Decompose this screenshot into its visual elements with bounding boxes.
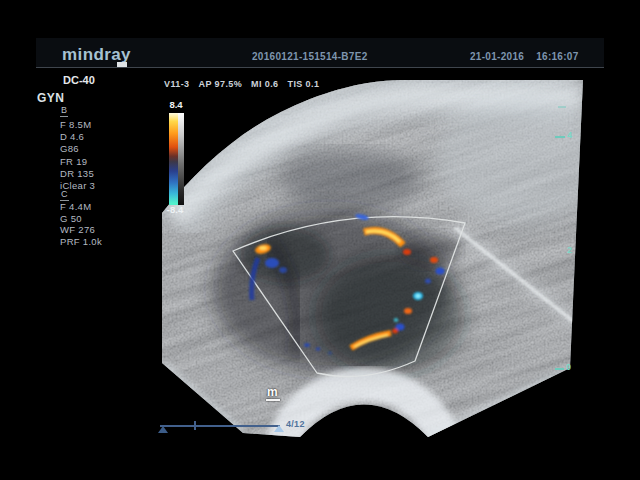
tis-label: TIS 0.1 <box>288 79 320 89</box>
depth-label-0: 0 <box>566 362 571 372</box>
param-line: D 4.6 <box>60 131 150 143</box>
probe-label: V11-3 <box>164 79 190 89</box>
color-scale-min-label: -8.4 <box>158 204 192 215</box>
param-line: WF 276 <box>60 224 150 236</box>
cine-frame-indicator: 4/12 <box>286 419 305 429</box>
param-line: G86 <box>60 143 150 155</box>
color-scale-max-label: 8.4 <box>162 99 190 110</box>
depth-tick-0 <box>555 368 564 370</box>
date-label: 21-01-2016 <box>470 51 524 62</box>
param-line: G 50 <box>60 213 150 225</box>
acoustic-power-label: AP 97.5% <box>199 79 243 89</box>
datetime-display: 21-01-201616:16:07 <box>470 51 591 62</box>
param-line: F 8.5M <box>60 119 150 131</box>
cine-position-marker[interactable] <box>274 425 284 432</box>
param-line: F 4.4M <box>60 201 150 213</box>
titlebar-divider <box>36 67 604 68</box>
time-label: 16:16:07 <box>536 51 578 62</box>
image-status-line: V11-3AP 97.5%MI 0.6TIS 0.1 <box>164 79 328 89</box>
param-line: FR 19 <box>60 156 150 168</box>
param-line: PRF 1.0k <box>60 236 150 248</box>
depth-label-4: 4 <box>567 130 572 140</box>
exam-preset-label: GYN <box>37 91 65 105</box>
c-mode-section-label: C <box>60 189 69 201</box>
b-mode-section-label: B <box>60 105 68 117</box>
depth-tick-minor <box>558 106 566 108</box>
b-mode-param-list: F 8.5MD 4.6G86FR 19DR 135iClear 3 <box>60 119 150 192</box>
doppler-color-bar <box>169 113 178 205</box>
cine-mid-tick <box>194 421 196 430</box>
divider-tick-marker <box>117 62 127 67</box>
body-marker-underline <box>266 399 280 401</box>
ultrasound-screen: mindray 20160121-151514-B7E2 21-01-20161… <box>0 0 640 480</box>
mi-label: MI 0.6 <box>251 79 278 89</box>
param-line: DR 135 <box>60 168 150 180</box>
grayscale-bar <box>178 113 184 205</box>
param-line: iClear 3 <box>60 180 150 192</box>
depth-label-2: 2 <box>567 245 572 255</box>
machine-model-label: DC-40 <box>63 74 95 86</box>
exam-file-id: 20160121-151514-B7E2 <box>252 51 368 62</box>
c-mode-param-list: F 4.4MG 50WF 276PRF 1.0k <box>60 201 150 247</box>
body-marker: m <box>267 386 278 398</box>
depth-tick-4 <box>555 136 565 138</box>
cine-start-marker[interactable] <box>158 426 168 433</box>
cine-progress-bar[interactable] <box>160 425 280 427</box>
